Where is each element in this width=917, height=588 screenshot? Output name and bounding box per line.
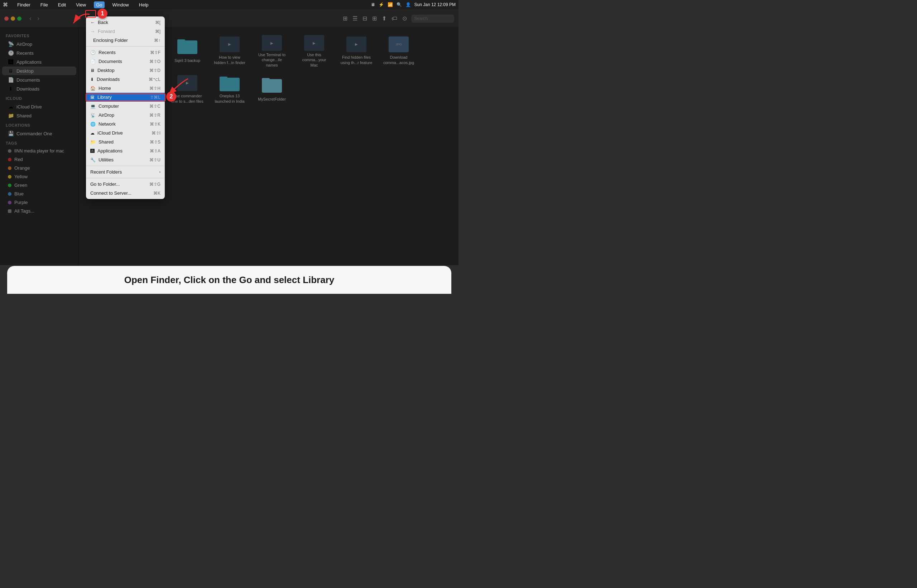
utilities-go-shortcut: ⌘⇧U [149, 157, 160, 163]
tag-icon[interactable]: 🏷 [390, 14, 399, 23]
back-label: Back [98, 20, 108, 25]
finder-window: ‹ › ⊞ ☰ ⊟ ⊞ ⬆ 🏷 ⊙ Favorites 📡 AirDrop 🕐 [0, 9, 458, 265]
sidebar-item-airdrop[interactable]: 📡 AirDrop [2, 40, 76, 48]
go-menu-library[interactable]: 🏛 Library ⇧⌘L [86, 93, 165, 102]
share-icon[interactable]: ⬆ [381, 14, 388, 23]
grid-view-icon[interactable]: ⊞ [341, 14, 349, 23]
forward-button[interactable]: › [35, 14, 42, 23]
locations-section-label: Locations [0, 120, 78, 129]
sidebar-item-desktop[interactable]: 🖥 Desktop [2, 66, 76, 75]
go-menu-goto-folder[interactable]: Go to Folder... ⌘⇧G [86, 180, 165, 189]
go-menu-recent-folders[interactable]: Recent Folders › [86, 168, 165, 176]
applications-go-label: Applications [97, 148, 123, 153]
go-menu-enclosing[interactable]: Enclosing Folder ⌘↑ [86, 36, 165, 45]
toolbar-icons: ⊞ ☰ ⊟ ⊞ ⬆ 🏷 ⊙ [341, 14, 408, 23]
desktop-icon: 🖥 [8, 68, 14, 74]
go-menu-forward: → Forward ⌘] [86, 27, 165, 36]
menu-edit[interactable]: Edit [56, 2, 68, 8]
sidebar-item-tag-iinn[interactable]: lINN media player for mac [2, 147, 76, 155]
go-menu-recents[interactable]: 🕐 Recents ⌘⇧F [86, 48, 165, 57]
file-item-dl1[interactable]: JPG Download comma...acos.jpg [379, 32, 418, 68]
sidebar-item-tag-orange[interactable]: Orange [2, 164, 76, 172]
go-menu-connect[interactable]: Connect to Server... ⌘K [86, 189, 165, 197]
sidebar-item-documents[interactable]: 📄 Documents [2, 76, 76, 84]
icloud-drive-label: iCloud Drive [16, 104, 42, 110]
go-menu-applications[interactable]: 🅰 Applications ⌘⇧A [86, 146, 165, 155]
sidebar-item-icloud-drive[interactable]: ☁ iCloud Drive [2, 102, 76, 111]
file-item-sqiril[interactable]: Sqiril 3 backup [168, 32, 207, 68]
library-go-icon: 🏛 [90, 95, 95, 100]
sidebar-item-tag-yellow[interactable]: Yellow [2, 173, 76, 181]
menu-go[interactable]: Go [94, 2, 104, 8]
forward-icon: → [90, 29, 95, 34]
menu-search-icon[interactable]: 🔍 [397, 2, 402, 7]
go-menu-shared[interactable]: 📁 Shared ⌘⇧S [86, 137, 165, 146]
documents-go-icon: 📄 [90, 59, 96, 64]
toolbar-nav: ‹ › [27, 14, 42, 23]
back-button[interactable]: ‹ [27, 14, 34, 23]
goto-folder-shortcut: ⌘⇧G [149, 182, 160, 187]
toolbar: ‹ › ⊞ ☰ ⊟ ⊞ ⬆ 🏷 ⊙ [0, 9, 458, 28]
howto4-name: Find hidden files using th...r feature [340, 55, 373, 65]
search-input[interactable] [411, 15, 454, 23]
airdrop-go-icon: 📡 [90, 113, 96, 118]
content-area: Favorites 📡 AirDrop 🕐 Recents 🅰 Applicat… [0, 28, 458, 265]
file-item-howto3[interactable]: ▶ Use this comma...your Mac [295, 32, 334, 68]
minimize-button[interactable] [11, 16, 15, 21]
sidebar-item-shared[interactable]: 📁 Shared [2, 111, 76, 120]
file-item-oneplus[interactable]: Oneplus 13 launched in India [210, 71, 249, 107]
sidebar-item-tag-red[interactable]: Red [2, 155, 76, 163]
recent-folders-arrow: › [159, 170, 160, 174]
sidebar-item-tag-green[interactable]: Green [2, 181, 76, 189]
apple-menu[interactable]: ⌘ [3, 2, 8, 8]
desktop-go-icon: 🖥 [90, 68, 95, 73]
sqiril-name: Sqiril 3 backup [175, 58, 200, 63]
list-view-icon[interactable]: ☰ [351, 14, 359, 23]
howto4-icon: ▶ [346, 35, 367, 53]
close-button[interactable] [4, 16, 8, 21]
go-menu-desktop[interactable]: 🖥 Desktop ⌘⇧D [86, 66, 165, 75]
go-menu-downloads[interactable]: ⬇ Downloads ⌘⌥L [86, 75, 165, 84]
go-menu-home[interactable]: 🏠 Home ⌘⇧H [86, 84, 165, 93]
go-menu-computer[interactable]: 💻 Computer ⌘⇧C [86, 102, 165, 111]
more-icon[interactable]: ⊙ [401, 14, 408, 23]
menu-battery-icon: ⚡ [379, 2, 384, 7]
sidebar-item-tag-purple[interactable]: Purple [2, 198, 76, 207]
back-icon: ← [90, 20, 95, 25]
menu-window[interactable]: Window [110, 2, 131, 8]
go-menu-back[interactable]: ← Back ⌘[ [86, 18, 165, 27]
network-go-label: Network [99, 121, 116, 127]
go-menu-network[interactable]: 🌐 Network ⌘⇧K [86, 120, 165, 128]
go-menu-documents[interactable]: 📄 Documents ⌘⇧O [86, 57, 165, 66]
menu-view[interactable]: View [74, 2, 88, 8]
sidebar-item-commander-one[interactable]: 💾 Commander One [2, 129, 76, 138]
howto3-icon: ▶ [303, 35, 325, 51]
file-item-howto2[interactable]: ▶ Use Terminal to change...ile names [252, 32, 292, 68]
sidebar-item-recents[interactable]: 🕐 Recents [2, 48, 76, 57]
gallery-view-icon[interactable]: ⊞ [371, 14, 378, 23]
sidebar-item-all-tags[interactable]: All Tags... [2, 207, 76, 215]
network-go-icon: 🌐 [90, 122, 96, 127]
menu-user-icon[interactable]: 👤 [405, 2, 411, 7]
file-item-howto1[interactable]: ▶ How to view hidden f...in finder [210, 32, 249, 68]
desktop-label: Desktop [16, 68, 34, 74]
fullscreen-button[interactable] [17, 16, 21, 21]
go-menu-utilities[interactable]: 🔧 Utilities ⌘⇧U [86, 155, 165, 164]
menu-file[interactable]: File [38, 2, 50, 8]
file-item-secret[interactable]: MySecretFolder [252, 71, 292, 107]
documents-icon: 📄 [8, 77, 14, 83]
go-menu-icloud-drive[interactable]: ☁ iCloud Drive ⌘⇧I [86, 128, 165, 137]
sidebar-item-downloads[interactable]: ⬇ Downloads [2, 84, 76, 93]
go-menu-airdrop[interactable]: 📡 AirDrop ⌘⇧R [86, 111, 165, 120]
file-item-howto4[interactable]: ▶ Find hidden files using th...r feature [337, 32, 376, 68]
home-go-icon: 🏠 [90, 86, 96, 91]
sidebar: Favorites 📡 AirDrop 🕐 Recents 🅰 Applicat… [0, 28, 79, 265]
column-view-icon[interactable]: ⊟ [361, 14, 369, 23]
shared-label: Shared [16, 113, 31, 118]
file-item-commander[interactable]: ▶ Use commander one to s...den files [168, 71, 207, 107]
menu-help[interactable]: Help [137, 2, 151, 8]
sidebar-item-applications[interactable]: 🅰 Applications [2, 58, 76, 66]
orange-dot [8, 166, 11, 170]
sidebar-item-tag-blue[interactable]: Blue [2, 190, 76, 198]
menu-finder[interactable]: Finder [15, 2, 32, 8]
